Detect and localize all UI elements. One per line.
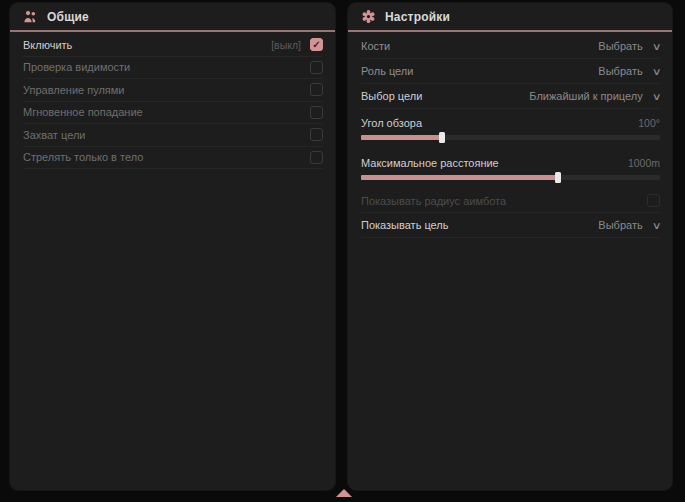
panel-settings-title: Настройки — [385, 10, 450, 24]
panel-general: Общие Включить [выкл] ✓ Проверка видимос… — [10, 3, 335, 490]
chevron-down-icon: ∨ — [651, 91, 661, 102]
row-bones: Кости Выбрать ∨ — [361, 34, 660, 59]
row-target-role: Роль цели Выбрать ∨ — [361, 59, 660, 84]
panel-settings: Настройки Кости Выбрать ∨ Роль цели Выбр… — [348, 3, 672, 490]
row-enable-checkbox[interactable]: ✓ — [310, 38, 323, 51]
row-target-role-dropdown[interactable]: Выбрать ∨ — [598, 65, 660, 77]
row-max-distance-value: 1000m — [628, 157, 660, 169]
max-distance-slider[interactable] — [361, 175, 660, 180]
row-target-select-dropdown-value: Ближайший к прицелу — [529, 90, 642, 102]
row-bones-dropdown-value: Выбрать — [598, 40, 642, 52]
row-instant-hit: Мгновенное попадание — [23, 102, 323, 125]
row-max-distance-label: Максимальное расстояние — [361, 157, 499, 169]
row-max-distance: Максимальное расстояние 1000m — [361, 149, 660, 189]
scroll-up-indicator-icon[interactable] — [336, 489, 352, 497]
chevron-down-icon: ∨ — [651, 220, 661, 231]
row-fov-label: Угол обзора — [361, 117, 422, 129]
row-body-only: Стрелять только в тело — [23, 147, 323, 170]
panel-general-title: Общие — [47, 10, 89, 24]
row-show-aimbot-radius-checkbox[interactable] — [647, 194, 660, 207]
row-show-target: Показывать цель Выбрать ∨ — [361, 213, 660, 238]
row-body-only-label: Стрелять только в тело — [23, 151, 143, 163]
row-target-lock-checkbox[interactable] — [310, 128, 323, 141]
row-target-lock: Захват цели — [23, 124, 323, 147]
fov-slider-thumb[interactable] — [439, 132, 445, 143]
row-target-select-label: Выбор цели — [361, 90, 422, 102]
max-distance-slider-thumb[interactable] — [555, 172, 561, 183]
row-enable-label: Включить — [23, 39, 72, 51]
chevron-down-icon: ∨ — [651, 66, 661, 77]
row-bones-dropdown[interactable]: Выбрать ∨ — [598, 40, 660, 52]
gear-icon — [361, 9, 376, 24]
row-show-target-label: Показывать цель — [361, 219, 449, 231]
row-enable-keybind: [выкл] — [271, 39, 301, 51]
row-fov-value: 100° — [638, 117, 660, 129]
max-distance-slider-fill — [361, 175, 558, 180]
row-instant-hit-label: Мгновенное попадание — [23, 106, 143, 118]
fov-slider[interactable] — [361, 135, 660, 140]
row-enable: Включить [выкл] ✓ — [23, 34, 323, 57]
people-icon — [23, 9, 38, 24]
row-show-target-dropdown-value: Выбрать — [598, 219, 642, 231]
row-bullet-control-label: Управление пулями — [23, 84, 125, 96]
row-show-aimbot-radius-label: Показывать радиус аимбота — [361, 195, 506, 207]
row-show-target-dropdown[interactable]: Выбрать ∨ — [598, 219, 660, 231]
row-visibility-check-checkbox[interactable] — [310, 61, 323, 74]
row-instant-hit-checkbox[interactable] — [310, 106, 323, 119]
row-visibility-check-label: Проверка видимости — [23, 61, 130, 73]
row-bullet-control-checkbox[interactable] — [310, 83, 323, 96]
row-body-only-checkbox[interactable] — [310, 151, 323, 164]
row-fov: Угол обзора 100° — [361, 109, 660, 149]
row-target-role-label: Роль цели — [361, 65, 413, 77]
row-show-aimbot-radius: Показывать радиус аимбота — [361, 189, 660, 213]
fov-slider-fill — [361, 135, 442, 140]
row-target-select-dropdown[interactable]: Ближайший к прицелу ∨ — [529, 90, 660, 102]
row-bullet-control: Управление пулями — [23, 79, 323, 102]
check-icon: ✓ — [312, 40, 320, 50]
panel-general-header: Общие — [10, 3, 335, 30]
row-target-select: Выбор цели Ближайший к прицелу ∨ — [361, 84, 660, 109]
chevron-down-icon: ∨ — [651, 41, 661, 52]
row-visibility-check: Проверка видимости — [23, 57, 323, 80]
panel-settings-header: Настройки — [348, 3, 672, 30]
aimbot-menu: Общие Включить [выкл] ✓ Проверка видимос… — [0, 0, 685, 502]
general-rows: Включить [выкл] ✓ Проверка видимости Упр… — [10, 32, 335, 169]
row-bones-label: Кости — [361, 40, 390, 52]
row-target-role-dropdown-value: Выбрать — [598, 65, 642, 77]
settings-rows: Кости Выбрать ∨ Роль цели Выбрать ∨ Выбо… — [348, 32, 672, 238]
row-target-lock-label: Захват цели — [23, 129, 85, 141]
